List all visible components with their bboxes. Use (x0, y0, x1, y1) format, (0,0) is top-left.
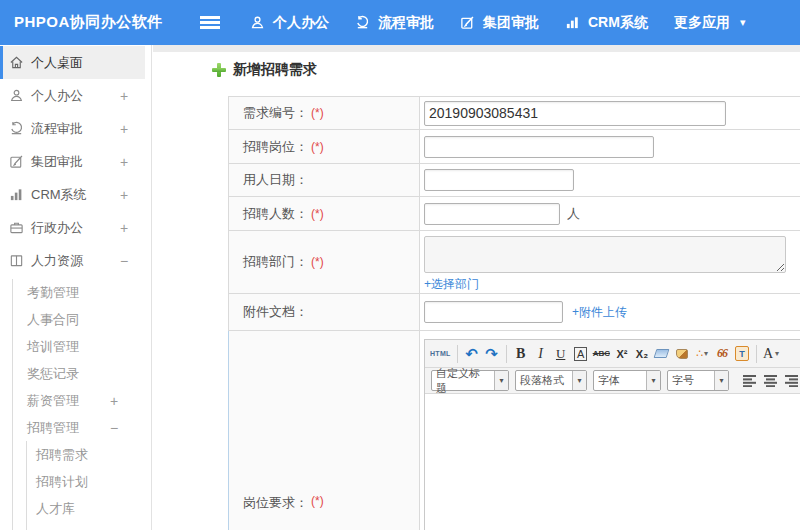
redo-button[interactable]: ↷ (484, 343, 500, 365)
font-color-dropdown-button[interactable]: A▾ (763, 343, 779, 365)
sidebar-item-label: 招聘计划 (36, 473, 88, 491)
app-logo: PHPOA协同办公软件 (0, 13, 186, 32)
sidebar-item-salary-mgmt[interactable]: 薪资管理 + (0, 387, 145, 414)
font-size-select[interactable]: 字号 ▾ (667, 370, 729, 391)
sidebar-item-crm-system[interactable]: CRM系统 + (0, 178, 145, 211)
topnav-label: 更多应用 (674, 14, 730, 32)
sidebar-item-recruit-mgmt[interactable]: 招聘管理 − (0, 414, 145, 441)
bold-button[interactable]: B (513, 343, 529, 365)
eraser-icon (654, 349, 670, 358)
headcount-input[interactable] (424, 203, 560, 225)
sidebar-item-label: 人力资源 (31, 252, 83, 270)
topnav-crm-system[interactable]: CRM系统 (565, 14, 648, 32)
undo-button[interactable]: ↶ (464, 343, 480, 365)
hamburger-menu-icon[interactable] (200, 16, 220, 29)
req-no-input[interactable] (424, 101, 726, 126)
clipboard-icon: T (735, 346, 749, 361)
align-right-button[interactable] (785, 375, 800, 387)
add-plus-icon (212, 63, 226, 77)
sidebar-item-workflow-approval[interactable]: 流程审批 + (0, 112, 145, 145)
sidebar-item-personal-desktop[interactable]: 个人桌面 (0, 46, 145, 79)
dept-textarea[interactable] (424, 236, 786, 273)
form-row-count: 招聘人数： (*) 人 (229, 197, 800, 231)
expand-icon[interactable]: + (120, 88, 128, 104)
underline-button[interactable]: U (553, 343, 569, 365)
sidebar-item-label: 流程审批 (31, 120, 83, 138)
sidebar-item-label: 考勤管理 (27, 284, 79, 302)
topnav-more-apps[interactable]: 更多应用 ▾ (674, 14, 746, 32)
editor-toolbar-row2: 自定义标题 ▾ 段落格式 ▾ 字体 ▾ 字号 ▾ (425, 368, 800, 394)
sidebar-item-label: 培训管理 (27, 338, 79, 356)
form-row-req-no: 需求编号： (*) (229, 97, 800, 130)
sidebar-item-label: 人事合同 (27, 311, 79, 329)
topnav-group-approval[interactable]: 集团审批 (460, 14, 539, 32)
expand-icon[interactable]: + (120, 187, 128, 203)
attachment-input[interactable] (424, 301, 563, 323)
align-center-button[interactable] (764, 375, 779, 387)
sidebar-item-talent-pool[interactable]: 人才库 (0, 495, 145, 522)
subscript-button[interactable]: X₂ (634, 343, 650, 365)
topnav-personal-office[interactable]: 个人办公 (250, 14, 329, 32)
html-source-button[interactable]: HTML (430, 343, 451, 365)
editor-content-area[interactable] (425, 394, 800, 530)
editor-toolbar-row1: HTML ↶ ↷ B I U A ABC X² X₂ ∴▾ 66 T (425, 340, 800, 368)
sidebar-item-label: 薪资管理 (27, 392, 79, 410)
emoticon-dropdown-button[interactable]: ∴▾ (694, 343, 710, 365)
toolbar-separator (756, 345, 757, 363)
sidebar-item-label: 奖惩记录 (27, 365, 79, 383)
italic-button[interactable]: I (533, 343, 549, 365)
strikethrough-button[interactable]: ABC (593, 343, 610, 365)
format-brush-button[interactable] (674, 343, 690, 365)
sidebar-item-reward-punishment[interactable]: 奖惩记录 (0, 360, 145, 387)
expand-icon[interactable]: + (120, 220, 128, 236)
form-row-dept: 招聘部门： (*) +选择部门 (229, 231, 800, 294)
required-marker: (*) (311, 207, 324, 221)
sidebar-item-label: CRM系统 (31, 186, 87, 204)
sidebar-item-label: 招聘管理 (27, 419, 79, 437)
collapse-icon[interactable]: − (110, 420, 118, 436)
topnav-label: 集团审批 (483, 14, 539, 32)
paste-button[interactable]: T (734, 343, 750, 365)
sidebar-item-hr-contract[interactable]: 人事合同 (0, 306, 145, 333)
custom-title-select[interactable]: 自定义标题 ▾ (431, 370, 509, 391)
top-nav: 个人办公 流程审批 集团审批 CRM系统 更多应用 ▾ (250, 14, 771, 32)
bar-chart-icon (565, 15, 580, 30)
sidebar-item-attendance-mgmt[interactable]: 考勤管理 (0, 279, 145, 306)
expand-icon[interactable]: + (120, 121, 128, 137)
select-dept-link[interactable]: +选择部门 (424, 276, 479, 293)
sidebar: 个人桌面 个人办公 + 流程审批 + 集团审批 + CRM系统 + 行政办公 +… (0, 45, 152, 530)
sidebar-item-recruit-plan[interactable]: 招聘计划 (0, 468, 145, 495)
align-left-button[interactable] (743, 375, 758, 387)
toolbar-separator (457, 345, 458, 363)
expand-icon[interactable]: + (110, 393, 118, 409)
required-marker: (*) (311, 255, 324, 269)
field-label: 用人日期： (229, 164, 420, 196)
superscript-button[interactable]: X² (614, 343, 630, 365)
sidebar-item-admin-office[interactable]: 行政办公 + (0, 211, 145, 244)
page-title: 新增招聘需求 (212, 61, 317, 79)
blockquote-button[interactable]: 66 (714, 343, 730, 365)
font-box-button[interactable]: A (574, 347, 587, 361)
attachment-upload-link[interactable]: +附件上传 (572, 304, 627, 321)
topnav-workflow-approval[interactable]: 流程审批 (355, 14, 434, 32)
expand-icon[interactable]: + (120, 154, 128, 170)
required-marker: (*) (311, 494, 324, 508)
bar-chart-icon (9, 187, 24, 202)
sidebar-item-human-resources[interactable]: 人力资源 − (0, 244, 145, 277)
font-family-select[interactable]: 字体 ▾ (593, 370, 661, 391)
paragraph-format-select[interactable]: 段落格式 ▾ (515, 370, 587, 391)
caret-down-icon: ▾ (646, 371, 660, 390)
sidebar-item-group-approval[interactable]: 集团审批 + (0, 145, 145, 178)
person-icon (250, 15, 265, 30)
sidebar-item-recruit-demand[interactable]: 招聘需求 (0, 441, 145, 468)
caret-down-icon: ▾ (714, 371, 728, 390)
page-title-text: 新增招聘需求 (233, 61, 317, 79)
collapse-icon[interactable]: − (120, 253, 128, 269)
dots-icon: ∴ (696, 347, 703, 360)
hire-date-input[interactable] (424, 169, 574, 191)
edit-square-icon (460, 15, 475, 30)
position-input[interactable] (424, 136, 654, 158)
sidebar-item-personal-office[interactable]: 个人办公 + (0, 79, 145, 112)
eraser-button[interactable] (654, 343, 670, 365)
sidebar-item-training-mgmt[interactable]: 培训管理 (0, 333, 145, 360)
